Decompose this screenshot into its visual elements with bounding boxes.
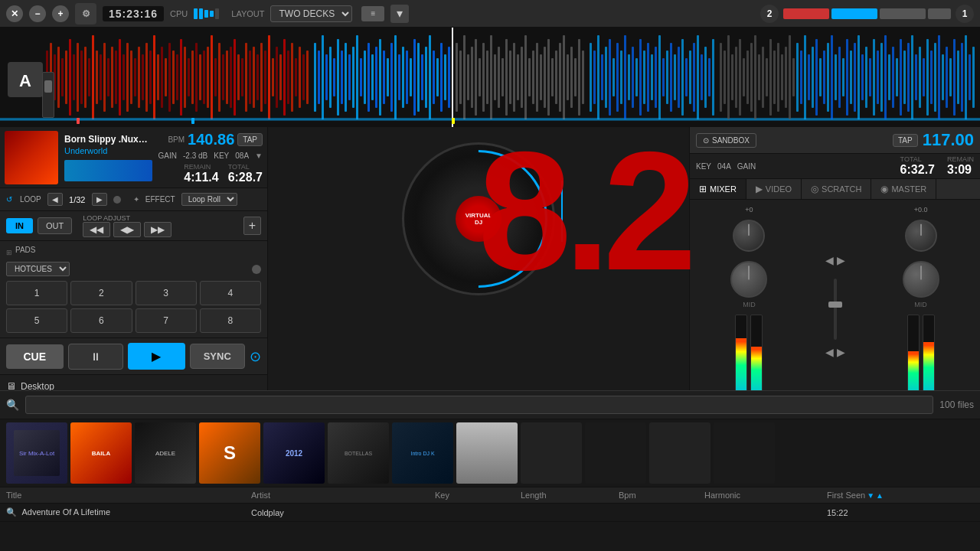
record-icon[interactable]: ⊙ bbox=[250, 348, 261, 365]
svg-rect-13 bbox=[92, 35, 94, 119]
right-tap-button[interactable]: TAP bbox=[893, 134, 918, 147]
cpu-meter bbox=[194, 8, 219, 19]
clock-display: 15:23:16 bbox=[103, 6, 164, 21]
svg-rect-189 bbox=[773, 51, 776, 104]
search-input[interactable] bbox=[25, 396, 933, 414]
album-thumb-9[interactable] bbox=[521, 422, 582, 484]
tap-button[interactable]: TAP bbox=[237, 133, 263, 146]
sandbox-button[interactable]: ⊙ SANDBOX bbox=[696, 133, 756, 148]
gain-knob-right[interactable] bbox=[905, 220, 937, 252]
svg-rect-198 bbox=[808, 54, 810, 100]
loop-backward-button[interactable]: ◀◀ bbox=[83, 222, 110, 237]
album-thumb-12[interactable] bbox=[714, 422, 775, 484]
fader-arrow-right[interactable]: ▶ bbox=[837, 346, 845, 358]
pad-6[interactable]: 6 bbox=[70, 308, 132, 333]
key-dropdown[interactable]: ▼ bbox=[255, 152, 263, 160]
pad-1[interactable]: 1 bbox=[6, 281, 67, 305]
svg-rect-220 bbox=[892, 47, 894, 108]
gain-knob[interactable] bbox=[733, 220, 765, 252]
album-thumb-6[interactable]: BOTELLAS bbox=[328, 422, 389, 484]
color-bar-gray bbox=[880, 8, 926, 19]
tab-master[interactable]: ◉ MASTER bbox=[871, 179, 936, 199]
arrow-right[interactable]: ▶ bbox=[837, 254, 845, 266]
svg-rect-73 bbox=[325, 54, 328, 100]
svg-rect-20 bbox=[119, 39, 121, 116]
mid-knob-right[interactable] bbox=[903, 261, 939, 298]
loop-prev-button[interactable]: ◀ bbox=[47, 193, 63, 206]
pad-2[interactable]: 2 bbox=[70, 281, 132, 305]
col-sort-asc[interactable]: ▲ bbox=[876, 491, 884, 500]
tab-mixer[interactable]: ⊞ MIXER bbox=[690, 179, 746, 199]
svg-rect-213 bbox=[865, 47, 867, 108]
svg-rect-102 bbox=[436, 58, 439, 96]
pad-4[interactable]: 4 bbox=[200, 281, 261, 305]
pad-5[interactable]: 5 bbox=[6, 308, 67, 333]
svg-rect-115 bbox=[482, 43, 485, 112]
loop-forward-button[interactable]: ▶▶ bbox=[144, 222, 172, 237]
pads-grid-icon: ⊞ bbox=[6, 249, 12, 256]
pad-8[interactable]: 8 bbox=[200, 308, 261, 333]
play-button[interactable]: ▶ bbox=[128, 343, 185, 370]
table-row[interactable]: 🔍 Adventure Of A Lifetime Coldplay 15:22 bbox=[0, 504, 980, 522]
svg-rect-225 bbox=[911, 35, 913, 119]
svg-rect-45 bbox=[214, 58, 217, 96]
close-button[interactable]: ✕ bbox=[6, 5, 23, 22]
settings-button[interactable]: ⚙ bbox=[75, 3, 96, 24]
album-thumb-7[interactable]: Intro DJ K bbox=[392, 422, 453, 484]
svg-rect-164 bbox=[674, 54, 676, 100]
svg-rect-139 bbox=[574, 58, 577, 96]
track-details: Born Slippy .Nuxx (Nuxx & Darren Price R… bbox=[58, 134, 158, 181]
browser-desktop[interactable]: 🖥 Desktop bbox=[0, 378, 267, 390]
svg-rect-110 bbox=[463, 35, 466, 119]
svg-rect-183 bbox=[750, 43, 753, 112]
svg-rect-21 bbox=[122, 54, 125, 100]
fader-arrow-left[interactable]: ◀ bbox=[825, 346, 834, 358]
minimize-button[interactable]: − bbox=[29, 5, 46, 22]
album-thumb-11[interactable] bbox=[649, 422, 710, 484]
arrow-left[interactable]: ◀ bbox=[825, 254, 834, 266]
svg-rect-202 bbox=[823, 51, 825, 104]
album-thumb-1[interactable]: Sir Mix-A-Lot bbox=[6, 422, 67, 484]
svg-rect-48 bbox=[226, 51, 228, 104]
waveform-button[interactable]: ≡ bbox=[361, 6, 384, 21]
out-button[interactable]: OUT bbox=[38, 217, 72, 234]
sync-button[interactable]: SYNC bbox=[190, 344, 246, 369]
svg-rect-30 bbox=[157, 54, 159, 100]
pad-3[interactable]: 3 bbox=[136, 281, 197, 305]
tab-scratch[interactable]: ◎ SCRATCH bbox=[802, 179, 871, 199]
svg-rect-136 bbox=[563, 35, 565, 119]
svg-rect-137 bbox=[567, 54, 569, 100]
loop-center-button[interactable]: ◀▶ bbox=[113, 222, 141, 237]
layout-select[interactable]: TWO DECKS bbox=[270, 5, 352, 22]
svg-rect-79 bbox=[348, 54, 351, 100]
svg-rect-46 bbox=[218, 43, 220, 112]
pads-mode-select[interactable]: HOTCUES bbox=[6, 262, 70, 276]
pad-7[interactable]: 7 bbox=[136, 308, 197, 333]
layout-toggle[interactable]: ▾ bbox=[390, 5, 409, 23]
effect-select[interactable]: Loop Roll bbox=[181, 193, 237, 206]
master-fader-handle[interactable] bbox=[828, 302, 842, 308]
svg-rect-161 bbox=[662, 58, 665, 96]
album-thumb-4[interactable]: S bbox=[199, 422, 260, 484]
album-thumb-8[interactable] bbox=[456, 422, 518, 484]
maximize-button[interactable]: + bbox=[52, 5, 69, 22]
in-button[interactable]: IN bbox=[6, 218, 33, 233]
tab-video[interactable]: ▶ VIDEO bbox=[746, 179, 802, 199]
album-thumb-3[interactable]: ADELE bbox=[135, 422, 196, 484]
album-thumb-10[interactable] bbox=[585, 422, 646, 484]
pause-button[interactable]: ⏸ bbox=[68, 344, 124, 370]
svg-rect-151 bbox=[624, 35, 626, 119]
svg-rect-193 bbox=[789, 35, 791, 119]
album-thumb-2[interactable]: BAILA bbox=[70, 422, 132, 484]
album-thumb-5[interactable]: 2012 bbox=[263, 422, 325, 484]
plus-button[interactable]: + bbox=[243, 217, 261, 235]
turntable[interactable]: VIRTUALDJ bbox=[402, 142, 555, 295]
svg-rect-77 bbox=[341, 51, 343, 104]
waveform-scrollbar[interactable] bbox=[42, 72, 54, 118]
svg-rect-133 bbox=[551, 58, 554, 96]
cue-button[interactable]: CUE bbox=[6, 344, 64, 369]
mini-waveform bbox=[64, 160, 152, 181]
loop-next-button[interactable]: ▶ bbox=[92, 193, 107, 206]
mid-knob[interactable] bbox=[730, 261, 767, 298]
svg-rect-191 bbox=[781, 54, 783, 100]
